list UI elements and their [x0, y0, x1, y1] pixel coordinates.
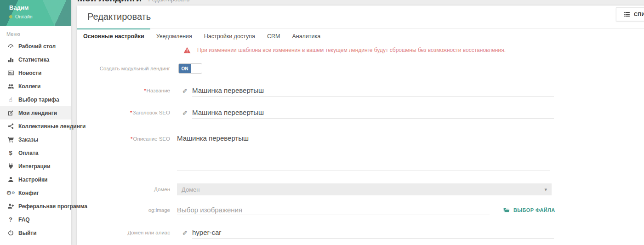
plug-icon	[6, 163, 15, 170]
sidebar-item-referral[interactable]: Реферальная программа	[0, 199, 71, 213]
tab-access-settings[interactable]: Настройки доступа	[198, 29, 261, 44]
cart-icon	[6, 136, 15, 143]
sidebar-item-faq[interactable]: ? FAQ	[0, 213, 71, 226]
domain-alias-label: Домен или алиас	[77, 230, 170, 235]
list-icon	[623, 11, 631, 18]
pencil-icon: ✎	[182, 109, 188, 116]
seo-title-label: *Заголовок SEO	[77, 110, 170, 115]
user-icon	[6, 176, 15, 183]
sidebar: Вадим Онлайн Меню Рабочий стол Статистик…	[0, 0, 71, 245]
tab-crm[interactable]: CRM	[261, 29, 286, 44]
power-icon	[6, 229, 15, 237]
breadcrumb: Редактировать	[148, 0, 190, 3]
template-warning: При изменении шаблона все изменения в ва…	[183, 46, 506, 54]
seo-title-row: *Заголовок SEO ✎	[77, 107, 644, 119]
og-image-row: og:image ВЫБОР ФАЙЛА	[77, 205, 644, 215]
tab-main-settings[interactable]: Основные настройки	[77, 29, 150, 44]
settings-form: При изменении шаблона все изменения в ва…	[77, 44, 644, 245]
cogs-icon: ⚙⚙	[6, 189, 15, 197]
sidebar-item-news[interactable]: Новости	[0, 66, 71, 80]
tab-bar: Основные настройки Уведомления Настройки…	[77, 29, 644, 44]
seo-description-textarea[interactable]: Машинка перевертыш	[177, 133, 550, 171]
sidebar-item-settings[interactable]: Настройки	[0, 173, 71, 186]
sidebar-item-my-landings[interactable]: Мои лендинги	[0, 106, 71, 120]
create-module-row: Создать модульный лендинг ON	[77, 63, 644, 74]
question-icon: ?	[6, 216, 15, 223]
domain-row: Домен Домен ▾	[77, 183, 644, 195]
sidebar-item-config[interactable]: ⚙⚙ Конфиг	[0, 186, 71, 199]
colleagues-icon	[6, 83, 15, 90]
sidebar-item-collective-landings[interactable]: Коллективные лендинги	[0, 120, 71, 133]
sidebar-item-statistics[interactable]: Статистика	[0, 53, 71, 66]
list-view-button[interactable]: СПИСОК	[616, 7, 644, 21]
main-area: Мои лендинги Редактировать Редактировать…	[71, 0, 644, 245]
caret-down-icon: ▾	[544, 187, 547, 193]
tab-notifications[interactable]: Уведомления	[150, 29, 198, 44]
dashboard-icon	[6, 43, 15, 50]
name-row: *Название ✎	[77, 85, 644, 97]
domain-alias-input[interactable]	[192, 227, 554, 239]
toggle-knob	[191, 64, 202, 73]
sidebar-item-payment[interactable]: $ Оплата	[0, 146, 71, 160]
sidebar-item-orders[interactable]: Заказы	[0, 133, 71, 146]
user-status: Онлайн	[9, 14, 33, 19]
page-header: Мои лендинги Редактировать	[77, 0, 644, 4]
menu-section-label: Меню	[0, 26, 71, 40]
og-image-input[interactable]	[177, 205, 490, 215]
domain-select[interactable]: Домен ▾	[177, 183, 552, 195]
seo-description-label: *Описание SEO	[77, 133, 170, 142]
name-input[interactable]	[192, 85, 554, 97]
og-image-label: og:image	[77, 207, 170, 213]
sidebar-item-dashboard[interactable]: Рабочий стол	[0, 40, 71, 53]
user-panel: Вадим Онлайн	[0, 0, 71, 26]
sidebar-nav: Рабочий стол Статистика Новости Коллеги …	[0, 40, 71, 239]
statistics-icon	[6, 56, 15, 63]
pencil-icon: ✎	[182, 229, 188, 236]
user-status-label: Онлайн	[15, 14, 33, 19]
sidebar-item-logout[interactable]: Выйти	[0, 226, 71, 239]
name-label: *Название	[77, 88, 170, 93]
domain-label: Домен	[77, 187, 170, 192]
warning-icon	[183, 46, 191, 54]
dollar-icon: $	[6, 149, 15, 157]
domain-alias-row: Домен или алиас ✎	[77, 227, 644, 239]
pencil-icon: ✎	[182, 87, 188, 94]
user-plus-icon	[6, 203, 15, 210]
seo-title-input[interactable]	[192, 107, 554, 119]
seo-description-row: *Описание SEO Машинка перевертыш	[77, 133, 644, 171]
page-title: Мои лендинги	[77, 0, 142, 3]
sidebar-item-tariff[interactable]: ☝ Выбор тарифа	[0, 93, 71, 106]
card-header: Редактировать СПИСОК	[77, 6, 644, 29]
warning-text: При изменении шаблона все изменения в ва…	[197, 47, 506, 53]
edit-card: Редактировать СПИСОК Основные настройки …	[77, 6, 644, 245]
tab-analytics[interactable]: Аналитика	[286, 29, 326, 44]
news-icon	[6, 69, 15, 77]
user-name: Вадим	[9, 4, 28, 11]
share-icon	[6, 123, 15, 130]
edit-landing-icon	[6, 109, 15, 117]
toggle-on-segment: ON	[179, 64, 191, 73]
hand-pointer-icon: ☝	[6, 96, 15, 103]
create-module-label: Создать модульный лендинг	[77, 66, 170, 71]
choose-file-button[interactable]: ВЫБОР ФАЙЛА	[502, 206, 555, 214]
card-title: Редактировать	[87, 11, 151, 22]
sidebar-item-integrations[interactable]: Интеграции	[0, 160, 71, 173]
online-dot-icon	[9, 15, 12, 18]
sidebar-item-colleagues[interactable]: Коллеги	[0, 80, 71, 93]
module-toggle[interactable]: ON	[178, 63, 202, 74]
folder-icon	[502, 206, 511, 214]
